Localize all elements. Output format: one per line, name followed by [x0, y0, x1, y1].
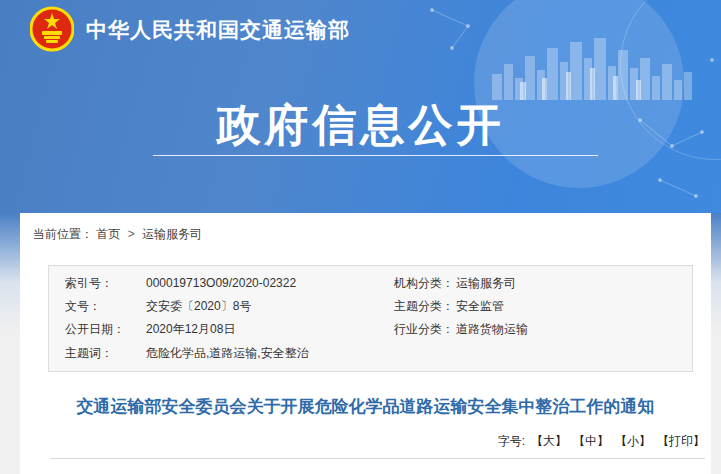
meta-value-empty — [456, 343, 692, 363]
font-size-label: 字号: — [498, 434, 525, 448]
font-medium-button[interactable]: 【中】 — [573, 434, 609, 448]
meta-label-docnum: 文号： — [49, 296, 146, 316]
table-row: 主题词： 危险化学品,道路运输,安全整治 — [49, 341, 692, 364]
meta-label-org: 机构分类： — [378, 273, 456, 293]
meta-value-keywords: 危险化学品,道路运输,安全整治 — [146, 343, 378, 363]
meta-label-empty — [378, 343, 456, 363]
font-small-button[interactable]: 【小】 — [615, 434, 651, 448]
breadcrumb-separator: > — [128, 227, 135, 241]
table-row: 文号： 交安委〔2020〕8号 主题分类： 安全监管 — [49, 294, 692, 317]
page-title: 政府信息公开 — [0, 96, 721, 155]
title-underline — [153, 155, 598, 156]
meta-value-industry: 道路货物运输 — [456, 319, 692, 339]
article-title: 交通运输部安全委员会关于开展危险化学品道路运输安全集中整治工作的通知 — [38, 393, 693, 421]
meta-label-industry: 行业分类： — [378, 319, 456, 339]
font-large-button[interactable]: 【大】 — [531, 434, 567, 448]
meta-label-date: 公开日期： — [49, 319, 146, 339]
meta-label-keywords: 主题词： — [49, 343, 146, 363]
table-row: 索引号： 000019713O09/2020-02322 机构分类： 运输服务司 — [49, 271, 692, 294]
breadcrumb: 当前位置： 首页 > 运输服务司 — [20, 223, 711, 243]
print-button[interactable]: 【打印】 — [657, 434, 705, 448]
meta-value-docnum: 交安委〔2020〕8号 — [146, 296, 378, 316]
breadcrumb-section-link[interactable]: 运输服务司 — [142, 227, 202, 241]
meta-value-org: 运输服务司 — [456, 273, 692, 293]
meta-label-topic: 主题分类： — [378, 296, 456, 316]
banner: 中华人民共和国交通运输部 政府信息公开 — [0, 0, 721, 213]
breadcrumb-label: 当前位置： — [33, 227, 93, 241]
content-background: 当前位置： 首页 > 运输服务司 索引号： 000019713O09/2020-… — [0, 213, 721, 474]
meta-value-topic: 安全监管 — [456, 296, 692, 316]
city-skyline-icon — [492, 38, 692, 100]
national-emblem-icon — [30, 5, 74, 53]
font-size-toolbar: 字号:【大】【中】【小】【打印】 — [50, 433, 705, 459]
site-name-link[interactable]: 中华人民共和国交通运输部 — [86, 16, 350, 44]
meta-value-date: 2020年12月08日 — [146, 319, 378, 339]
table-row: 公开日期： 2020年12月08日 行业分类： 道路货物运输 — [49, 318, 692, 341]
meta-value-index: 000019713O09/2020-02322 — [146, 273, 378, 293]
document-meta-table: 索引号： 000019713O09/2020-02322 机构分类： 运输服务司… — [48, 265, 693, 372]
content-panel: 当前位置： 首页 > 运输服务司 索引号： 000019713O09/2020-… — [20, 213, 711, 474]
breadcrumb-home-link[interactable]: 首页 — [96, 227, 120, 241]
meta-label-index: 索引号： — [49, 273, 146, 293]
